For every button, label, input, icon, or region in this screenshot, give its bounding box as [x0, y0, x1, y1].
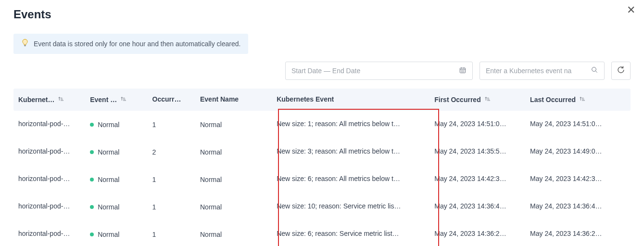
- cell-kubernetes-type: horizontal-pod-…: [18, 175, 90, 184]
- controls-row: Start Date — End Date: [13, 62, 631, 80]
- cell-kubernetes-event: New size: 10; reason: Service metric lis…: [277, 202, 434, 211]
- table-row[interactable]: horizontal-pod-…Normal1NormalNew size: 1…: [13, 111, 631, 138]
- cell-last-occurred: May 24, 2023 14:51:0…: [530, 120, 626, 129]
- table-row[interactable]: horizontal-pod-…Normal1NormalNew size: 6…: [13, 166, 631, 193]
- cell-last-occurred: May 24, 2023 14:42:3…: [530, 175, 626, 184]
- cell-kubernetes-event: New size: 6; reason: Service metric list…: [277, 230, 434, 239]
- cell-kubernetes-event: New size: 6; reason: All metrics below t…: [277, 175, 434, 184]
- table-row[interactable]: horizontal-pod-…Normal1NormalNew size: 6…: [13, 220, 631, 246]
- lightbulb-icon: [21, 39, 29, 49]
- search-icon: [591, 66, 598, 76]
- cell-kubernetes-event: New size: 3; reason: All metrics below t…: [277, 147, 434, 156]
- svg-rect-1: [24, 46, 25, 46]
- cell-kubernetes-type: horizontal-pod-…: [18, 230, 90, 239]
- close-icon[interactable]: ✕: [627, 5, 635, 15]
- info-banner-text: Event data is stored only for one hour a…: [34, 40, 240, 48]
- cell-occurrence: 1: [152, 203, 201, 211]
- col-header-kubernetes-type[interactable]: Kubernet…: [18, 96, 90, 104]
- sort-icon: [579, 97, 585, 103]
- status-dot: [90, 150, 94, 154]
- cell-first-occurred: May 24, 2023 14:42:3…: [434, 175, 530, 184]
- cell-event-type: Normal: [90, 203, 152, 211]
- date-range-input[interactable]: Start Date — End Date: [285, 62, 473, 80]
- events-table: Kubernet… Event … Occurr… Event Name Kub…: [13, 89, 631, 246]
- cell-kubernetes-type: horizontal-pod-…: [18, 202, 90, 211]
- svg-point-8: [464, 70, 464, 71]
- cell-occurrence: 1: [152, 121, 201, 129]
- cell-kubernetes-event: New size: 1; reason: All metrics below t…: [277, 120, 434, 129]
- search-input-wrapper[interactable]: [480, 62, 605, 80]
- refresh-button[interactable]: [611, 62, 631, 80]
- cell-event-name: Normal: [200, 176, 277, 183]
- cell-kubernetes-type: horizontal-pod-…: [18, 147, 90, 156]
- col-header-event-type[interactable]: Event …: [90, 96, 152, 104]
- col-header-kubernetes-event[interactable]: Kubernetes Event: [277, 95, 434, 104]
- col-header-event-name[interactable]: Event Name: [200, 95, 277, 104]
- calendar-icon: [459, 66, 467, 76]
- status-dot: [90, 205, 94, 209]
- cell-event-name: Normal: [200, 231, 277, 238]
- date-placeholder: Start Date — End Date: [291, 67, 360, 75]
- col-header-first-occurred[interactable]: First Occurred: [434, 96, 530, 104]
- svg-point-12: [592, 67, 596, 72]
- sort-icon: [484, 97, 491, 103]
- svg-point-7: [463, 70, 463, 71]
- svg-rect-0: [24, 45, 26, 46]
- cell-first-occurred: May 24, 2023 14:36:2…: [434, 230, 530, 239]
- cell-last-occurred: May 24, 2023 14:36:2…: [530, 230, 626, 239]
- status-dot: [90, 123, 94, 127]
- refresh-icon: [617, 65, 625, 76]
- cell-occurrence: 1: [152, 231, 201, 238]
- cell-last-occurred: May 24, 2023 14:49:0…: [530, 147, 626, 156]
- page-title: Events: [13, 8, 631, 21]
- cell-occurrence: 2: [152, 148, 201, 156]
- table-row[interactable]: horizontal-pod-…Normal2NormalNew size: 3…: [13, 138, 631, 166]
- svg-point-10: [463, 71, 463, 72]
- svg-point-11: [464, 71, 464, 72]
- cell-last-occurred: May 24, 2023 14:36:4…: [530, 202, 626, 211]
- col-header-occurrence[interactable]: Occurr…: [152, 95, 201, 104]
- cell-event-type: Normal: [90, 148, 152, 156]
- table-header: Kubernet… Event … Occurr… Event Name Kub…: [13, 89, 631, 111]
- status-dot: [90, 178, 94, 181]
- cell-first-occurred: May 24, 2023 14:36:4…: [434, 202, 530, 211]
- cell-event-type: Normal: [90, 231, 152, 238]
- cell-event-name: Normal: [200, 203, 277, 211]
- cell-event-name: Normal: [200, 148, 277, 156]
- cell-first-occurred: May 24, 2023 14:35:5…: [434, 147, 530, 156]
- info-banner: Event data is stored only for one hour a…: [13, 34, 248, 54]
- cell-event-type: Normal: [90, 121, 152, 129]
- table-body: horizontal-pod-…Normal1NormalNew size: 1…: [13, 111, 631, 246]
- cell-occurrence: 1: [152, 176, 201, 183]
- sort-icon: [57, 97, 64, 103]
- svg-point-6: [461, 70, 462, 71]
- cell-first-occurred: May 24, 2023 14:51:0…: [434, 120, 530, 129]
- status-dot: [90, 233, 94, 236]
- svg-point-9: [461, 71, 462, 72]
- cell-event-type: Normal: [90, 176, 152, 183]
- sort-icon: [120, 97, 126, 103]
- cell-kubernetes-type: horizontal-pod-…: [18, 120, 90, 129]
- cell-event-name: Normal: [200, 121, 277, 129]
- table-row[interactable]: horizontal-pod-…Normal1NormalNew size: 1…: [13, 193, 631, 220]
- search-input[interactable]: [486, 67, 582, 75]
- svg-line-13: [595, 71, 597, 72]
- col-header-last-occurred[interactable]: Last Occurred: [530, 96, 626, 104]
